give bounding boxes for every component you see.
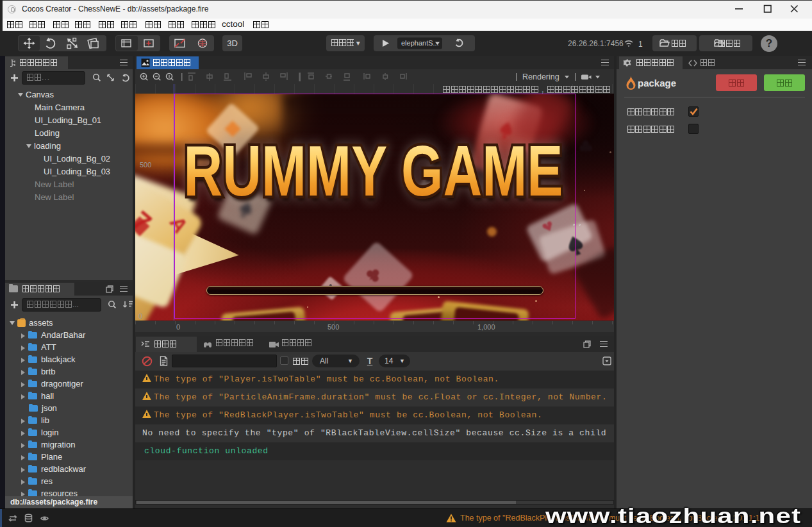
svg-text:elephantS...: elephantS... <box>401 39 439 47</box>
svg-text:Rendering: Rendering <box>522 72 559 81</box>
svg-text:1: 1 <box>638 40 643 48</box>
